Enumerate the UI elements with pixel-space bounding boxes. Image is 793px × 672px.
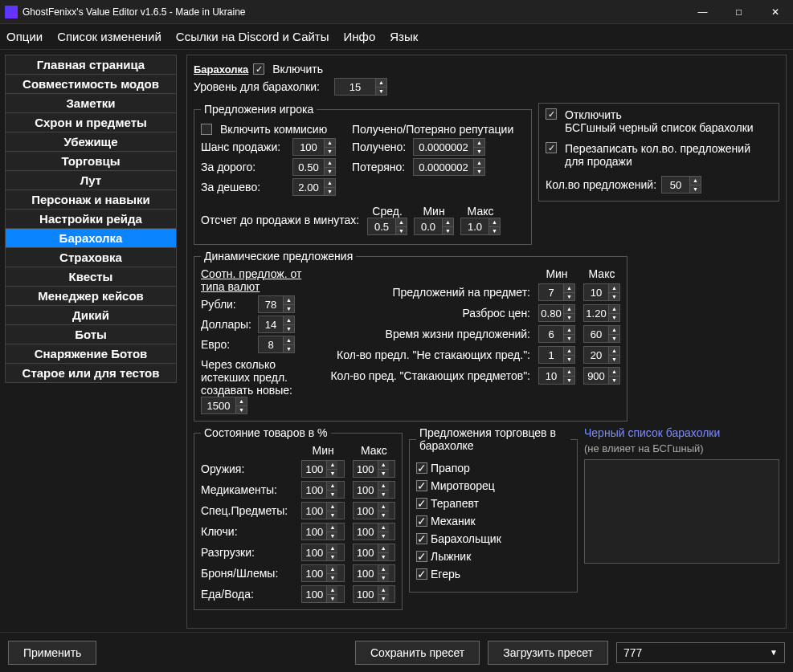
trader-label: Егерь <box>431 568 460 580</box>
sidebar: Главная страницаСовместимость модовЗамет… <box>0 50 182 632</box>
countdown-min-spinner[interactable]: ▲▼ <box>414 218 454 235</box>
rep-lost-spinner[interactable]: ▲▼ <box>413 158 485 176</box>
nonstack-max-spinner[interactable]: ▲▼ <box>583 346 620 364</box>
app-icon <box>5 6 18 18</box>
blacklist-textarea[interactable] <box>584 459 779 564</box>
sidebar-item[interactable]: Квесты <box>5 267 177 286</box>
commission-checkbox[interactable] <box>201 124 212 135</box>
stack-max-spinner[interactable]: ▲▼ <box>583 367 620 385</box>
content-area: Барахолка Включить Уровень для барахолки… <box>182 50 793 632</box>
sidebar-item[interactable]: Барахолка <box>5 228 177 247</box>
chevron-down-icon: ▼ <box>376 88 386 96</box>
condition-label: Разгрузки: <box>201 546 293 559</box>
cheap-spinner[interactable]: ▲▼ <box>292 178 336 196</box>
condition-min-spinner[interactable]: ▲▼ <box>301 502 344 519</box>
condition-max-spinner[interactable]: ▲▼ <box>353 585 395 603</box>
menu-item[interactable]: Список изменений <box>57 30 161 43</box>
stack-min-spinner[interactable]: ▲▼ <box>538 367 575 385</box>
countdown-max-spinner[interactable]: ▲▼ <box>460 218 501 235</box>
chevron-up-icon: ▲ <box>376 79 386 88</box>
peritem-min-spinner[interactable]: ▲▼ <box>538 283 575 301</box>
trader-label: Миротворец <box>431 479 495 492</box>
condition-min-spinner[interactable]: ▲▼ <box>301 460 344 478</box>
eur-spinner[interactable]: ▲▼ <box>258 336 295 353</box>
sidebar-item[interactable]: Дикий <box>5 305 177 324</box>
sidebar-item[interactable]: Боты <box>5 324 177 344</box>
condition-min-spinner[interactable]: ▲▼ <box>301 544 344 561</box>
trader-checkbox[interactable] <box>416 568 427 580</box>
minimize-button[interactable]: — <box>685 0 721 24</box>
sidebar-item[interactable]: Менеджер кейсов <box>5 286 177 305</box>
blacklist-panel: Черный список барахолки (не влияет на БС… <box>584 426 779 564</box>
peritem-max-spinner[interactable]: ▲▼ <box>583 283 620 301</box>
sidebar-item[interactable]: Торговцы <box>5 151 177 170</box>
condition-max-spinner[interactable]: ▲▼ <box>353 523 395 540</box>
price-min-spinner[interactable]: ▲▼ <box>538 304 575 322</box>
maximize-button[interactable]: □ <box>721 0 757 24</box>
traders-fieldset: Предложения торговцев в барахолке Прапор… <box>409 426 578 593</box>
condition-max-spinner[interactable]: ▲▼ <box>353 481 395 499</box>
override-offers-checkbox[interactable] <box>546 142 557 153</box>
menu-item[interactable]: Инфо <box>344 30 376 43</box>
condition-max-spinner[interactable]: ▲▼ <box>353 460 395 478</box>
level-spinner[interactable]: ▲▼ <box>334 78 387 96</box>
sidebar-item[interactable]: Настройки рейда <box>5 209 177 228</box>
sidebar-item[interactable]: Убежище <box>5 132 177 151</box>
sidebar-item[interactable]: Совместимость модов <box>5 74 177 93</box>
rep-gained-spinner[interactable]: ▲▼ <box>413 138 485 156</box>
expired-spinner[interactable]: ▲▼ <box>201 397 247 414</box>
sidebar-item[interactable]: Лут <box>5 170 177 189</box>
condition-max-spinner[interactable]: ▲▼ <box>353 564 395 582</box>
sidebar-item[interactable]: Главная страница <box>5 55 177 74</box>
trader-checkbox[interactable] <box>416 551 427 562</box>
life-min-spinner[interactable]: ▲▼ <box>538 325 575 343</box>
trader-checkbox[interactable] <box>416 498 427 509</box>
menu-item[interactable]: Ссылки на Discord и Сайты <box>176 30 329 43</box>
load-preset-button[interactable]: Загрузить пресет <box>488 641 608 665</box>
trader-label: Механик <box>431 515 476 527</box>
disable-bsg-checkbox[interactable] <box>546 108 557 120</box>
expensive-spinner[interactable]: ▲▼ <box>292 158 336 176</box>
trader-label: Терапевт <box>431 497 479 510</box>
sidebar-item[interactable]: Страховка <box>5 247 177 267</box>
sidebar-item[interactable]: Персонаж и навыки <box>5 189 177 209</box>
countdown-avg-spinner[interactable]: ▲▼ <box>367 218 407 235</box>
trader-label: Лыжник <box>431 550 471 563</box>
sidebar-item[interactable]: Старое или для тестов <box>5 363 177 383</box>
num-offers-spinner[interactable]: ▲▼ <box>661 176 701 193</box>
sidebar-item[interactable]: Схрон и предметы <box>5 112 177 132</box>
condition-min-spinner[interactable]: ▲▼ <box>301 481 344 499</box>
sell-chance-spinner[interactable]: ▲▼ <box>292 138 336 156</box>
enable-checkbox[interactable] <box>253 63 264 75</box>
sidebar-item[interactable]: Снаряжение Ботов <box>5 344 177 363</box>
life-max-spinner[interactable]: ▲▼ <box>583 325 620 343</box>
trader-label: Барахольщик <box>431 532 501 545</box>
menu-item[interactable]: Опции <box>6 30 43 43</box>
condition-max-spinner[interactable]: ▲▼ <box>353 502 395 519</box>
usd-spinner[interactable]: ▲▼ <box>258 316 295 333</box>
menu-item[interactable]: Язык <box>390 30 418 43</box>
condition-label: Ключи: <box>201 525 293 538</box>
nonstack-min-spinner[interactable]: ▲▼ <box>538 346 575 364</box>
close-button[interactable]: ✕ <box>757 0 793 24</box>
condition-label: Еда/Вода: <box>201 588 293 601</box>
condition-label: Броня/Шлемы: <box>201 567 293 580</box>
price-max-spinner[interactable]: ▲▼ <box>583 304 620 322</box>
trader-checkbox[interactable] <box>416 533 427 544</box>
apply-button[interactable]: Применить <box>8 641 96 665</box>
trader-checkbox[interactable] <box>416 462 427 474</box>
condition-max-spinner[interactable]: ▲▼ <box>353 544 395 561</box>
rub-spinner[interactable]: ▲▼ <box>258 295 295 313</box>
trader-checkbox[interactable] <box>416 480 427 491</box>
enable-label: Включить <box>272 63 323 75</box>
trader-checkbox[interactable] <box>416 515 427 527</box>
title-bar: GhostFenixx's Value Editor v1.6.5 - Made… <box>0 0 793 24</box>
sidebar-item[interactable]: Заметки <box>5 93 177 112</box>
condition-label: Оружия: <box>201 462 293 475</box>
preset-select[interactable]: 777▼ <box>616 642 785 663</box>
condition-label: Спец.Предметы: <box>201 504 293 517</box>
condition-min-spinner[interactable]: ▲▼ <box>301 585 344 603</box>
condition-min-spinner[interactable]: ▲▼ <box>301 564 344 582</box>
save-preset-button[interactable]: Сохранить пресет <box>355 641 480 665</box>
condition-min-spinner[interactable]: ▲▼ <box>301 523 344 540</box>
